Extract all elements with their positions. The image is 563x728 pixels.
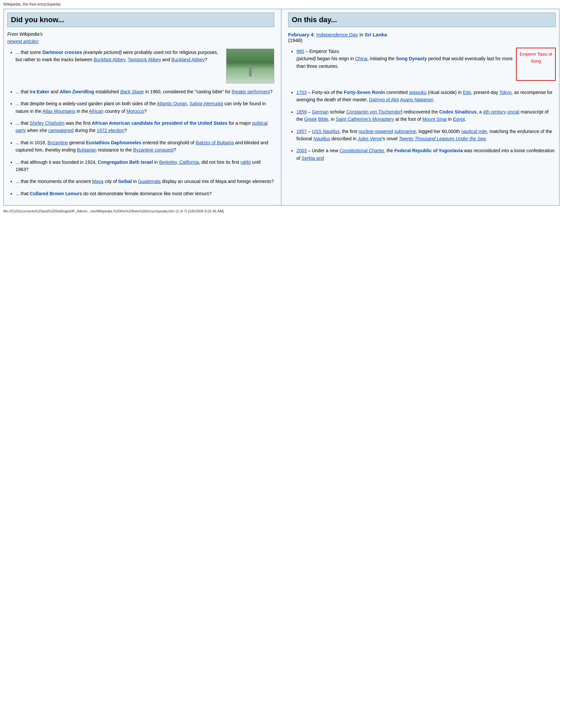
- list-item: Emperor Taizu of Song 960 – Emperor Taiz…: [297, 48, 556, 84]
- did-you-know-title: Did you know...: [7, 13, 274, 27]
- egypt-link[interactable]: Egypt: [453, 116, 465, 122]
- dartmoor-text: ... that some Dartmoor crosses (example …: [16, 49, 223, 64]
- site-title: Wikipedia, the free encyclopedia: [3, 2, 61, 7]
- 2003-link[interactable]: 2003: [297, 148, 307, 153]
- list-item: ... that Ira Eaker and Allen Zwerdling e…: [16, 88, 274, 95]
- list-item: ... that Collared Brown Lemurs do not de…: [16, 190, 274, 197]
- on-this-day-title: On this day...: [288, 13, 556, 27]
- february-4-link[interactable]: February 4: [288, 32, 314, 37]
- featured-year: (1948): [288, 37, 303, 43]
- list-item: 1703 – Forty-six of the Forty-Seven Roni…: [297, 89, 556, 104]
- collared-brown-lemurs-link[interactable]: Collared Brown Lemurs: [30, 191, 82, 196]
- emperor-taizu-box: Emperor Taizu of Song: [516, 48, 556, 81]
- tokyo-link[interactable]: Tokyo: [499, 90, 512, 95]
- nuclear-powered-link[interactable]: nuclear-powered: [359, 129, 393, 134]
- daimyo-link[interactable]: Daimyo of Akō: [369, 97, 399, 102]
- emperor-taizu-item: Emperor Taizu of Song 960 – Emperor Taiz…: [297, 48, 556, 84]
- guatemala-link[interactable]: Guatemala: [138, 179, 161, 184]
- sri-lanka-link[interactable]: Sri Lanka: [365, 32, 387, 37]
- tischendorf-link[interactable]: Constantin von Tischendorf: [346, 109, 402, 114]
- buckland-link[interactable]: Buckland Abbey: [171, 57, 204, 62]
- uss-nautilus-link[interactable]: USS Nautilus: [312, 129, 340, 134]
- buckfast-link[interactable]: Buckfast Abbey: [94, 57, 125, 62]
- berkeley-link[interactable]: Berkeley, California: [159, 159, 199, 165]
- bottom-bar: file:///C|/Documents%20and%20Settings/HP…: [0, 207, 563, 215]
- china-link[interactable]: China: [355, 56, 367, 61]
- rabbi-link[interactable]: rabbi: [240, 159, 251, 165]
- maya-link[interactable]: Maya: [92, 179, 103, 184]
- constitutional-charter-link[interactable]: Constitutional Charter: [340, 148, 384, 153]
- eustathios-link[interactable]: Eustathios Daphnomeles: [86, 140, 141, 145]
- nautical-mile-link[interactable]: nautical mile: [461, 129, 487, 134]
- forty-seven-ronin-link[interactable]: Forty-Seven Ronin: [344, 90, 385, 95]
- top-bar: Wikipedia, the free encyclopedia: [0, 0, 563, 9]
- tavistock-link[interactable]: Tavistock Abbey: [128, 57, 161, 62]
- did-you-know-section: Did you know... From Wikipedia's newest …: [3, 9, 282, 206]
- colon: :: [38, 39, 39, 44]
- from-text: From Wikipedia's: [7, 31, 43, 37]
- 1972-election-link[interactable]: 1972 election: [97, 128, 124, 133]
- did-you-know-list: ... that some Dartmoor crosses (example …: [7, 49, 274, 197]
- list-item: ... that the monuments of the ancient Ma…: [16, 178, 274, 185]
- seppuku-link[interactable]: seppuku: [409, 90, 427, 95]
- submarine-link[interactable]: submarine: [395, 129, 416, 134]
- back-stage-link[interactable]: Back Stage: [120, 89, 144, 94]
- ibatzes-link[interactable]: Ibatzes of Bulgaria: [195, 140, 234, 145]
- list-item: ... that in 1018, Byzantine general Eust…: [16, 139, 274, 154]
- bottom-bar-text: file:///C|/Documents%20and%20Settings/HP…: [3, 209, 224, 213]
- codex-sinaiticus-link[interactable]: Codex Sinaiticus: [439, 109, 477, 114]
- mount-sinai-link[interactable]: Mount Sinai: [422, 116, 447, 122]
- byzantine-conquest-link[interactable]: Byzantine conquest: [133, 147, 173, 153]
- african-american-candidate-link[interactable]: African American candidate for president…: [92, 120, 227, 126]
- list-item: ... that despite being a widely-used gar…: [16, 100, 274, 115]
- dartmoor-item: ... that some Dartmoor crosses (example …: [16, 49, 274, 83]
- byzantine-link[interactable]: Byzantine: [48, 140, 68, 145]
- 1703-link[interactable]: 1703: [297, 90, 307, 95]
- saint-catherine-link[interactable]: Saint Catherine's Monastery: [336, 116, 394, 122]
- bulgarian-link[interactable]: Bulgarian: [77, 147, 96, 153]
- morocco-link[interactable]: Morocco: [126, 109, 144, 114]
- african-link[interactable]: African: [89, 109, 104, 114]
- main-content: Did you know... From Wikipedia's newest …: [0, 9, 563, 206]
- shirley-chisholm-link[interactable]: Shirley Chisholm: [30, 120, 65, 126]
- 1859-link[interactable]: 1859: [297, 109, 307, 114]
- greek-link[interactable]: Greek: [304, 116, 317, 122]
- emperor-box-text: Emperor Taizu of Song: [520, 52, 552, 64]
- on-this-day-list: Emperor Taizu of Song 960 – Emperor Taiz…: [288, 48, 556, 162]
- on-this-day-section: On this day... February 4: Independence …: [282, 9, 560, 206]
- seibal-link[interactable]: Seibal: [118, 179, 132, 184]
- 4th-century-link[interactable]: 4th century: [483, 109, 506, 114]
- from-section: From Wikipedia's newest articles:: [7, 30, 274, 45]
- german-link[interactable]: German: [312, 109, 329, 114]
- 960-link[interactable]: 960: [297, 49, 304, 54]
- list-item: 2003 – Under a new Constitutional Charte…: [297, 147, 556, 162]
- asano-naganori-link[interactable]: Asano Naganori: [400, 97, 433, 102]
- song-dynasty-link[interactable]: Song Dynasty: [396, 56, 427, 61]
- twenty-thousand-leagues-link[interactable]: Twenty Thousand Leagues Under the Sea: [399, 136, 486, 141]
- campaigned-link[interactable]: campaigned: [48, 128, 73, 133]
- list-item: ... that some Dartmoor crosses (example …: [16, 49, 274, 83]
- allen-zwerdling-link[interactable]: Allen Zwerdling: [60, 89, 94, 94]
- list-item: ... that Shirley Chisholm was the first …: [16, 119, 274, 134]
- list-item: 1859 – German scholar Constantin von Tis…: [297, 108, 556, 123]
- congregation-beth-israel-link[interactable]: Congregation Beth Israel: [98, 159, 153, 165]
- uncial-link[interactable]: uncial: [507, 109, 520, 114]
- ira-eaker-link[interactable]: Ira Eaker: [30, 89, 49, 94]
- serbia-and-link[interactable]: Serbia and: [302, 156, 324, 161]
- theater-performers-link[interactable]: theater performers: [232, 89, 270, 94]
- featured-date-line: February 4: Independence Day in Sri Lank…: [288, 32, 556, 43]
- fictional-nautilus-link[interactable]: Nautilus: [313, 136, 330, 141]
- atlantic-ocean-link[interactable]: Atlantic Ocean: [157, 101, 187, 106]
- jules-verne-link[interactable]: Jules Verne: [358, 136, 382, 141]
- dartmoor-image: [226, 49, 274, 83]
- bible-link[interactable]: Bible: [318, 116, 328, 122]
- edo-link[interactable]: Edo: [463, 90, 471, 95]
- newest-articles-link[interactable]: newest articles: [7, 39, 38, 44]
- independence-day-link[interactable]: Independence Day: [316, 32, 358, 37]
- dartmoor-crosses-link[interactable]: Dartmoor crosses: [42, 50, 82, 55]
- federal-republic-yugoslavia-link[interactable]: Federal Republic of Yugoslavia: [395, 148, 463, 153]
- atlas-mountains-link[interactable]: Atlas Mountains: [42, 109, 75, 114]
- 1957-link[interactable]: 1957: [297, 129, 307, 134]
- list-item: ... that although it was founded in 1924…: [16, 159, 274, 173]
- salvia-link[interactable]: Salvia interrupta: [189, 101, 223, 106]
